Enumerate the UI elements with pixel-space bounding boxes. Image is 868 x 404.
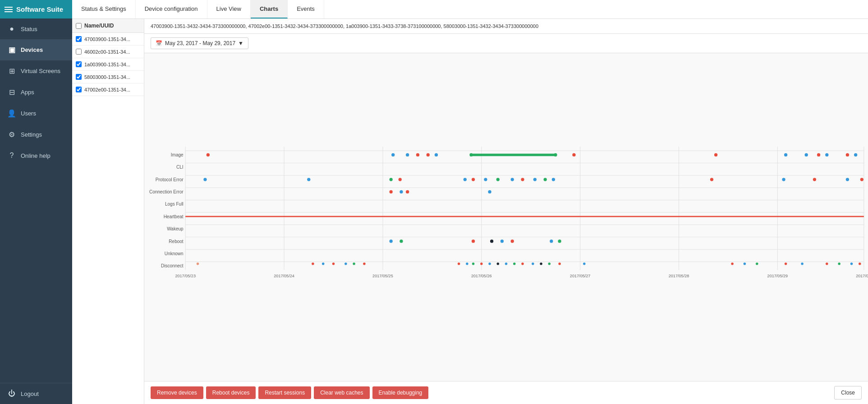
sidebar-item-label: Virtual Screens: [21, 68, 60, 74]
event-dot: [825, 153, 828, 156]
event-dot: [511, 239, 514, 243]
apps-icon: ⊟: [7, 88, 16, 96]
chart-selected-devices: 47003900-1351-3432-3434-373300000000, 47…: [144, 19, 868, 34]
event-dot: [501, 239, 504, 243]
event-dot: [496, 178, 500, 181]
date-range-picker[interactable]: 📅 May 23, 2017 - May 29, 2017 ▼: [151, 37, 248, 49]
sidebar-item-settings[interactable]: ⚙ Settings: [0, 124, 72, 145]
clear-web-caches-button[interactable]: Clear web caches: [314, 386, 369, 399]
status-icon: ●: [7, 25, 16, 33]
device-item-5[interactable]: 47002e00-1351-34...: [72, 83, 144, 96]
sidebar-item-label: Users: [21, 110, 36, 117]
event-dot: [390, 178, 393, 181]
tab-device-config[interactable]: Device configuration: [136, 0, 207, 18]
event-dot: [322, 262, 324, 265]
enable-debugging-button[interactable]: Enable debugging: [372, 386, 429, 399]
action-bar-right: Close: [834, 386, 862, 399]
device-checkbox-3[interactable]: [76, 61, 82, 67]
event-dot: [344, 262, 347, 265]
x-label-0523: 2017/05/23: [175, 274, 196, 278]
tab-bar: Status & Settings Device configuration L…: [72, 0, 868, 19]
device-checkbox-2[interactable]: [76, 49, 82, 55]
event-dot: [505, 262, 507, 265]
event-dot: [207, 153, 210, 156]
settings-icon: ⚙: [7, 130, 16, 139]
event-dot: [484, 178, 487, 181]
sidebar-item-label: Devices: [21, 46, 43, 53]
device-panel: Name/UUID 47003900-1351-34... 46002c00-1…: [72, 19, 144, 404]
device-item-4[interactable]: 58003000-1351-34...: [72, 71, 144, 83]
remove-devices-button[interactable]: Remove devices: [151, 386, 203, 399]
device-checkbox-4[interactable]: [76, 74, 82, 80]
event-dot: [782, 178, 785, 181]
event-dot: [469, 153, 473, 156]
sidebar-item-status[interactable]: ● Status: [0, 18, 72, 39]
sidebar-item-online-help[interactable]: ? Online help: [0, 145, 72, 166]
device-item-3[interactable]: 1a003900-1351-34...: [72, 58, 144, 71]
close-button[interactable]: Close: [834, 386, 862, 399]
devices-icon: ▣: [7, 46, 16, 54]
date-range-label: May 23, 2017 - May 29, 2017: [165, 40, 235, 46]
event-dot: [838, 262, 840, 265]
event-dot: [550, 239, 553, 243]
device-checkbox-5[interactable]: [76, 87, 82, 92]
event-dot: [391, 153, 395, 156]
app-header[interactable]: Software Suite: [0, 0, 72, 18]
chart-controls: 📅 May 23, 2017 - May 29, 2017 ▼: [144, 34, 868, 53]
sidebar-bottom: ⏻ Logout: [0, 383, 72, 404]
event-dot: [363, 262, 365, 265]
event-dot: [850, 262, 853, 265]
chart-area: 47003900-1351-3432-3434-373300000000, 47…: [144, 19, 868, 404]
event-dot: [554, 153, 557, 156]
tab-live-view[interactable]: Live View: [207, 0, 251, 18]
sidebar-item-virtual-screens[interactable]: ⊞ Virtual Screens: [0, 60, 72, 82]
device-label-1: 47003900-1351-34...: [84, 37, 130, 42]
sidebar-item-logout[interactable]: ⏻ Logout: [0, 383, 72, 404]
event-dot: [548, 262, 551, 265]
event-dot: [744, 262, 746, 265]
event-dot: [490, 239, 493, 243]
users-icon: 👤: [7, 109, 16, 118]
event-dot: [826, 262, 828, 265]
restart-sessions-button[interactable]: Restart sessions: [258, 386, 311, 399]
event-dot: [312, 262, 314, 265]
dropdown-arrow-icon: ▼: [238, 40, 243, 46]
sidebar-item-devices[interactable]: ▣ Devices: [0, 39, 72, 60]
device-label-4: 58003000-1351-34...: [84, 74, 130, 80]
tab-status-settings[interactable]: Status & Settings: [72, 0, 136, 18]
event-dot: [511, 178, 514, 181]
device-label-3: 1a003900-1351-34...: [84, 62, 130, 67]
event-dot: [406, 153, 409, 156]
event-dot: [332, 262, 335, 265]
event-dot: [552, 178, 555, 181]
sidebar-item-apps[interactable]: ⊟ Apps: [0, 82, 72, 103]
tab-charts[interactable]: Charts: [251, 0, 288, 18]
event-dot: [813, 178, 816, 181]
event-dot: [197, 262, 199, 265]
event-dot: [472, 239, 475, 243]
select-all-checkbox[interactable]: [76, 23, 82, 29]
device-item-1[interactable]: 47003900-1351-34...: [72, 33, 144, 46]
tab-events[interactable]: Events: [288, 0, 324, 18]
event-dot: [846, 178, 849, 181]
event-dot: [400, 190, 403, 193]
event-dot: [406, 190, 409, 193]
device-item-2[interactable]: 46002c00-1351-34...: [72, 46, 144, 58]
event-dot: [513, 262, 515, 265]
event-dot: [543, 178, 547, 181]
x-label-end: 2017/05/: [856, 274, 868, 278]
event-dot: [817, 153, 820, 156]
event-dot: [784, 153, 787, 156]
event-dot: [860, 178, 863, 181]
sidebar-item-users[interactable]: 👤 Users: [0, 103, 72, 124]
reboot-devices-button[interactable]: Reboot devices: [206, 386, 256, 399]
y-label-logs-full: Logs Full: [165, 202, 184, 207]
device-label-2: 46002c00-1351-34...: [84, 49, 130, 55]
content-area: Name/UUID 47003900-1351-34... 46002c00-1…: [72, 19, 868, 404]
sidebar: Software Suite ● Status ▣ Devices ⊞ Virt…: [0, 0, 72, 404]
device-checkbox-1[interactable]: [76, 36, 82, 42]
y-label-image: Image: [171, 152, 184, 157]
hamburger-menu[interactable]: [5, 7, 13, 12]
x-label-0529: 2017/05/29: [767, 274, 788, 278]
logout-icon: ⏻: [7, 390, 16, 398]
